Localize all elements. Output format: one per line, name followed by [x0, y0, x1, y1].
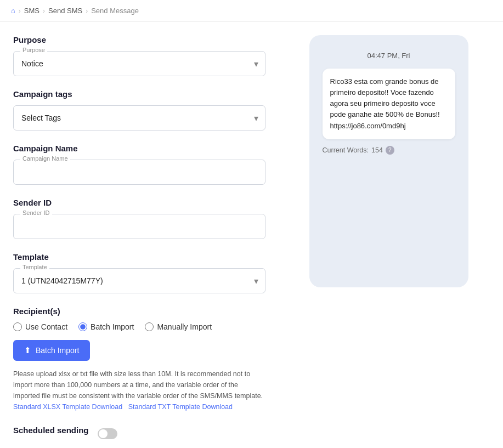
- form-panel: Purpose Purpose Notice Marketing Transac…: [13, 35, 265, 448]
- template-float-label: Template: [20, 264, 49, 270]
- template-select[interactable]: 1 (UTN24042715M77Y): [14, 269, 265, 293]
- campaign-name-label: Campaign Name: [13, 144, 265, 153]
- preview-message-bubble: Rico33 esta com grande bonus de primeiro…: [323, 69, 455, 139]
- breadcrumb-sep-1: ›: [19, 7, 21, 15]
- template-label: Template: [13, 252, 265, 262]
- campaign-tags-select[interactable]: Select Tags: [14, 106, 265, 130]
- breadcrumb-send-sms[interactable]: Send SMS: [48, 7, 82, 15]
- breadcrumb-send-message: Send Message: [91, 7, 139, 15]
- page-wrapper: ⌂ › SMS › Send SMS › Send Message Purpos…: [0, 0, 503, 448]
- upload-icon: ⬆: [24, 345, 31, 355]
- radio-manually-import-input[interactable]: [145, 322, 154, 331]
- xlsx-template-link[interactable]: Standard XLSX Template Download: [13, 403, 122, 411]
- radio-use-contact-label: Use Contact: [25, 322, 67, 331]
- radio-batch-import[interactable]: Batch Import: [78, 322, 134, 331]
- word-count-display: Current Words: 154 ?: [323, 146, 455, 155]
- phone-mockup: 04:47 PM, Fri Rico33 esta com grande bon…: [309, 35, 468, 287]
- template-section: Template Template 1 (UTN24042715M77Y) ▾: [13, 252, 265, 293]
- purpose-section: Purpose Purpose Notice Marketing Transac…: [13, 35, 265, 76]
- campaign-tags-section: Campaign tags Select Tags ▾: [13, 89, 265, 131]
- batch-import-button[interactable]: ⬆ Batch Import: [13, 340, 90, 361]
- word-count-value: 154: [371, 146, 383, 154]
- breadcrumb: ⌂ › SMS › Send SMS › Send Message: [0, 0, 503, 22]
- recipients-radio-group: Use Contact Batch Import Manually Import: [13, 322, 265, 331]
- campaign-tags-label: Campaign tags: [13, 89, 265, 99]
- recipients-label: Recipient(s): [13, 307, 265, 316]
- sender-id-label: Sender ID: [13, 198, 265, 207]
- radio-manually-import[interactable]: Manually Import: [145, 322, 212, 331]
- sender-id-float-label: Sender ID: [20, 209, 52, 216]
- purpose-float-label: Purpose: [20, 47, 47, 53]
- campaign-name-section: Campaign Name Campaign Name task name: [13, 144, 265, 185]
- main-content: Purpose Purpose Notice Marketing Transac…: [0, 22, 503, 448]
- sender-id-field: Sender ID 0923402323112: [13, 214, 265, 239]
- upload-note-text: Please upload xlsx or txt file with size…: [13, 370, 263, 400]
- campaign-name-input[interactable]: task name: [14, 160, 265, 184]
- radio-manually-import-label: Manually Import: [157, 322, 212, 331]
- campaign-tags-field: Select Tags ▾: [13, 105, 265, 131]
- word-count-label: Current Words:: [323, 146, 369, 154]
- campaign-name-field: Campaign Name task name: [13, 160, 265, 185]
- scheduled-sending-toggle[interactable]: [98, 428, 117, 439]
- breadcrumb-sep-2: ›: [43, 7, 45, 15]
- preview-panel: 04:47 PM, Fri Rico33 esta com grande bon…: [265, 35, 490, 448]
- recipients-section: Recipient(s) Use Contact Batch Import Ma…: [13, 307, 265, 412]
- template-field: Template 1 (UTN24042715M77Y) ▾: [13, 268, 265, 293]
- campaign-name-float-label: Campaign Name: [20, 155, 70, 162]
- radio-use-contact[interactable]: Use Contact: [13, 322, 67, 331]
- preview-time: 04:47 PM, Fri: [323, 52, 455, 60]
- radio-batch-import-label: Batch Import: [91, 322, 134, 331]
- breadcrumb-sms[interactable]: SMS: [24, 7, 39, 15]
- upload-note: Please upload xlsx or txt file with size…: [13, 368, 265, 412]
- sender-id-input[interactable]: 0923402323112: [14, 214, 265, 239]
- purpose-field: Purpose Notice Marketing Transactional ▾: [13, 51, 265, 76]
- scheduled-sending-section: Scheduled sending: [13, 426, 265, 441]
- txt-template-link[interactable]: Standard TXT Template Download: [128, 403, 233, 411]
- purpose-label: Purpose: [13, 35, 265, 44]
- word-count-help-icon[interactable]: ?: [386, 146, 394, 155]
- purpose-select[interactable]: Notice Marketing Transactional: [14, 52, 265, 76]
- batch-import-btn-label: Batch Import: [36, 346, 79, 355]
- radio-use-contact-input[interactable]: [13, 322, 22, 331]
- radio-batch-import-input[interactable]: [78, 322, 87, 331]
- breadcrumb-sep-3: ›: [86, 7, 88, 15]
- scheduled-sending-label: Scheduled sending: [13, 426, 89, 435]
- sender-id-section: Sender ID Sender ID 0923402323112: [13, 198, 265, 239]
- home-icon[interactable]: ⌂: [11, 7, 15, 15]
